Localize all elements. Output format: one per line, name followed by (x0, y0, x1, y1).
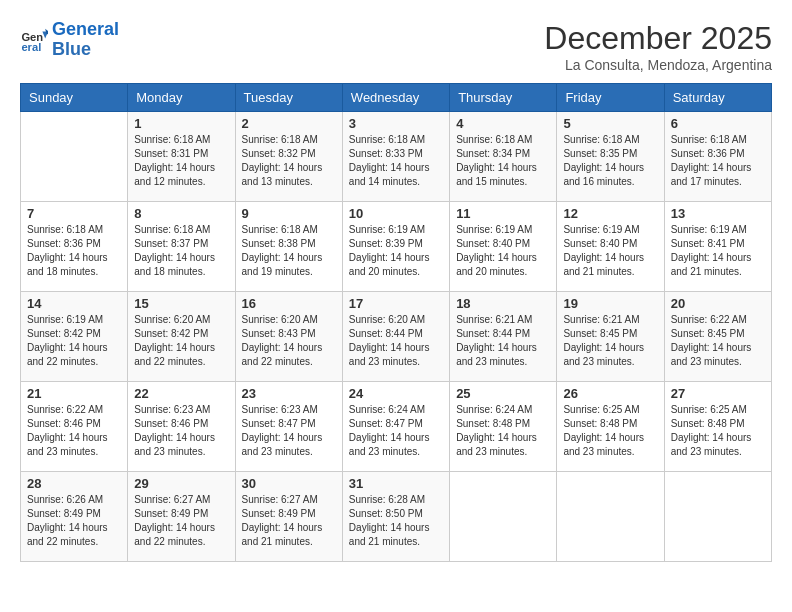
day-number: 6 (671, 116, 765, 131)
day-number: 4 (456, 116, 550, 131)
day-number: 10 (349, 206, 443, 221)
day-number: 17 (349, 296, 443, 311)
calendar-cell: 10Sunrise: 6:19 AM Sunset: 8:39 PM Dayli… (342, 202, 449, 292)
day-info: Sunrise: 6:22 AM Sunset: 8:46 PM Dayligh… (27, 403, 121, 459)
day-number: 7 (27, 206, 121, 221)
day-number: 21 (27, 386, 121, 401)
day-info: Sunrise: 6:18 AM Sunset: 8:35 PM Dayligh… (563, 133, 657, 189)
logo-icon: Gen eral (20, 26, 48, 54)
calendar-week-3: 14Sunrise: 6:19 AM Sunset: 8:42 PM Dayli… (21, 292, 772, 382)
day-info: Sunrise: 6:19 AM Sunset: 8:40 PM Dayligh… (456, 223, 550, 279)
calendar-subtitle: La Consulta, Mendoza, Argentina (544, 57, 772, 73)
calendar-header-monday: Monday (128, 84, 235, 112)
calendar-cell: 24Sunrise: 6:24 AM Sunset: 8:47 PM Dayli… (342, 382, 449, 472)
calendar-cell: 1Sunrise: 6:18 AM Sunset: 8:31 PM Daylig… (128, 112, 235, 202)
calendar-cell (664, 472, 771, 562)
day-info: Sunrise: 6:26 AM Sunset: 8:49 PM Dayligh… (27, 493, 121, 549)
calendar-cell: 12Sunrise: 6:19 AM Sunset: 8:40 PM Dayli… (557, 202, 664, 292)
calendar-cell: 2Sunrise: 6:18 AM Sunset: 8:32 PM Daylig… (235, 112, 342, 202)
day-info: Sunrise: 6:27 AM Sunset: 8:49 PM Dayligh… (242, 493, 336, 549)
calendar-cell: 31Sunrise: 6:28 AM Sunset: 8:50 PM Dayli… (342, 472, 449, 562)
calendar-cell: 3Sunrise: 6:18 AM Sunset: 8:33 PM Daylig… (342, 112, 449, 202)
calendar-cell: 25Sunrise: 6:24 AM Sunset: 8:48 PM Dayli… (450, 382, 557, 472)
calendar-cell: 11Sunrise: 6:19 AM Sunset: 8:40 PM Dayli… (450, 202, 557, 292)
svg-text:eral: eral (21, 41, 41, 53)
day-info: Sunrise: 6:19 AM Sunset: 8:40 PM Dayligh… (563, 223, 657, 279)
day-number: 13 (671, 206, 765, 221)
day-number: 11 (456, 206, 550, 221)
calendar-week-2: 7Sunrise: 6:18 AM Sunset: 8:36 PM Daylig… (21, 202, 772, 292)
day-info: Sunrise: 6:22 AM Sunset: 8:45 PM Dayligh… (671, 313, 765, 369)
calendar-cell: 7Sunrise: 6:18 AM Sunset: 8:36 PM Daylig… (21, 202, 128, 292)
calendar-header-saturday: Saturday (664, 84, 771, 112)
calendar-header-thursday: Thursday (450, 84, 557, 112)
day-number: 12 (563, 206, 657, 221)
day-number: 28 (27, 476, 121, 491)
calendar-cell: 5Sunrise: 6:18 AM Sunset: 8:35 PM Daylig… (557, 112, 664, 202)
calendar-cell: 26Sunrise: 6:25 AM Sunset: 8:48 PM Dayli… (557, 382, 664, 472)
day-info: Sunrise: 6:18 AM Sunset: 8:33 PM Dayligh… (349, 133, 443, 189)
day-number: 24 (349, 386, 443, 401)
day-info: Sunrise: 6:20 AM Sunset: 8:44 PM Dayligh… (349, 313, 443, 369)
calendar-cell (557, 472, 664, 562)
calendar-cell: 17Sunrise: 6:20 AM Sunset: 8:44 PM Dayli… (342, 292, 449, 382)
title-block: December 2025 La Consulta, Mendoza, Arge… (544, 20, 772, 73)
calendar-cell: 20Sunrise: 6:22 AM Sunset: 8:45 PM Dayli… (664, 292, 771, 382)
calendar-cell: 18Sunrise: 6:21 AM Sunset: 8:44 PM Dayli… (450, 292, 557, 382)
day-number: 14 (27, 296, 121, 311)
day-number: 25 (456, 386, 550, 401)
calendar-cell: 29Sunrise: 6:27 AM Sunset: 8:49 PM Dayli… (128, 472, 235, 562)
calendar-cell: 19Sunrise: 6:21 AM Sunset: 8:45 PM Dayli… (557, 292, 664, 382)
calendar-body: 1Sunrise: 6:18 AM Sunset: 8:31 PM Daylig… (21, 112, 772, 562)
calendar-week-1: 1Sunrise: 6:18 AM Sunset: 8:31 PM Daylig… (21, 112, 772, 202)
day-info: Sunrise: 6:18 AM Sunset: 8:36 PM Dayligh… (671, 133, 765, 189)
calendar-cell: 28Sunrise: 6:26 AM Sunset: 8:49 PM Dayli… (21, 472, 128, 562)
page-header: Gen eral GeneralBlue December 2025 La Co… (20, 20, 772, 73)
calendar-cell: 8Sunrise: 6:18 AM Sunset: 8:37 PM Daylig… (128, 202, 235, 292)
day-number: 29 (134, 476, 228, 491)
day-number: 20 (671, 296, 765, 311)
calendar-week-4: 21Sunrise: 6:22 AM Sunset: 8:46 PM Dayli… (21, 382, 772, 472)
day-number: 26 (563, 386, 657, 401)
calendar-title: December 2025 (544, 20, 772, 57)
calendar-table: SundayMondayTuesdayWednesdayThursdayFrid… (20, 83, 772, 562)
day-info: Sunrise: 6:23 AM Sunset: 8:47 PM Dayligh… (242, 403, 336, 459)
day-number: 5 (563, 116, 657, 131)
day-info: Sunrise: 6:19 AM Sunset: 8:41 PM Dayligh… (671, 223, 765, 279)
calendar-cell (21, 112, 128, 202)
day-info: Sunrise: 6:21 AM Sunset: 8:45 PM Dayligh… (563, 313, 657, 369)
day-info: Sunrise: 6:27 AM Sunset: 8:49 PM Dayligh… (134, 493, 228, 549)
day-number: 1 (134, 116, 228, 131)
calendar-cell: 30Sunrise: 6:27 AM Sunset: 8:49 PM Dayli… (235, 472, 342, 562)
calendar-week-5: 28Sunrise: 6:26 AM Sunset: 8:49 PM Dayli… (21, 472, 772, 562)
day-info: Sunrise: 6:20 AM Sunset: 8:42 PM Dayligh… (134, 313, 228, 369)
day-info: Sunrise: 6:18 AM Sunset: 8:38 PM Dayligh… (242, 223, 336, 279)
calendar-cell: 4Sunrise: 6:18 AM Sunset: 8:34 PM Daylig… (450, 112, 557, 202)
calendar-cell: 15Sunrise: 6:20 AM Sunset: 8:42 PM Dayli… (128, 292, 235, 382)
day-number: 23 (242, 386, 336, 401)
day-info: Sunrise: 6:24 AM Sunset: 8:48 PM Dayligh… (456, 403, 550, 459)
day-number: 22 (134, 386, 228, 401)
day-info: Sunrise: 6:18 AM Sunset: 8:36 PM Dayligh… (27, 223, 121, 279)
day-info: Sunrise: 6:28 AM Sunset: 8:50 PM Dayligh… (349, 493, 443, 549)
day-info: Sunrise: 6:18 AM Sunset: 8:37 PM Dayligh… (134, 223, 228, 279)
day-number: 30 (242, 476, 336, 491)
calendar-cell: 13Sunrise: 6:19 AM Sunset: 8:41 PM Dayli… (664, 202, 771, 292)
day-info: Sunrise: 6:21 AM Sunset: 8:44 PM Dayligh… (456, 313, 550, 369)
day-info: Sunrise: 6:25 AM Sunset: 8:48 PM Dayligh… (671, 403, 765, 459)
day-number: 16 (242, 296, 336, 311)
calendar-cell: 14Sunrise: 6:19 AM Sunset: 8:42 PM Dayli… (21, 292, 128, 382)
day-number: 8 (134, 206, 228, 221)
calendar-cell: 6Sunrise: 6:18 AM Sunset: 8:36 PM Daylig… (664, 112, 771, 202)
day-info: Sunrise: 6:20 AM Sunset: 8:43 PM Dayligh… (242, 313, 336, 369)
calendar-header-wednesday: Wednesday (342, 84, 449, 112)
day-info: Sunrise: 6:18 AM Sunset: 8:31 PM Dayligh… (134, 133, 228, 189)
calendar-header-tuesday: Tuesday (235, 84, 342, 112)
logo-text: GeneralBlue (52, 20, 119, 60)
calendar-cell: 23Sunrise: 6:23 AM Sunset: 8:47 PM Dayli… (235, 382, 342, 472)
day-number: 27 (671, 386, 765, 401)
day-number: 31 (349, 476, 443, 491)
calendar-cell: 16Sunrise: 6:20 AM Sunset: 8:43 PM Dayli… (235, 292, 342, 382)
day-info: Sunrise: 6:23 AM Sunset: 8:46 PM Dayligh… (134, 403, 228, 459)
day-info: Sunrise: 6:18 AM Sunset: 8:34 PM Dayligh… (456, 133, 550, 189)
